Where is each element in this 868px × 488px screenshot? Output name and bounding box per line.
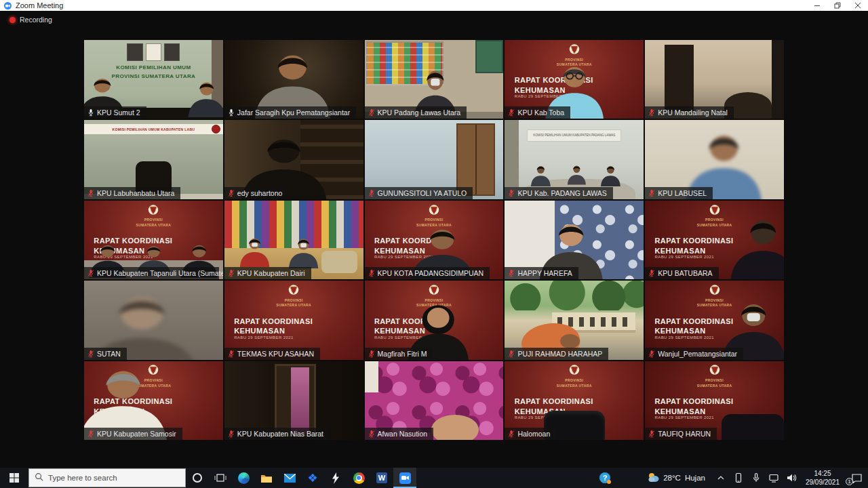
participant-name: KPU LABUSEL xyxy=(658,189,707,197)
participant-nameplate: HAPPY HAREFA xyxy=(505,267,578,279)
video-tile[interactable]: PROVINSISUMATERA UTARARAPAT KOORDINASIKE… xyxy=(84,361,223,440)
weather-icon xyxy=(648,472,659,484)
muted-microphone-icon xyxy=(228,189,235,197)
video-tile[interactable]: KOMISI PEMILIHAN UMUMPROVINSI SUMATERA U… xyxy=(84,40,223,119)
video-tile[interactable]: KPU Padang Lawas Utara xyxy=(365,40,504,119)
phone-link-icon[interactable] xyxy=(730,468,747,488)
muted-microphone-icon xyxy=(228,430,235,438)
video-tile[interactable]: KPU Kabupaten Dairi xyxy=(224,201,363,279)
participant-nameplate: KPU Kabupaten Dairi xyxy=(224,267,311,279)
participant-nameplate: KPU Kabupaten Nias Barat xyxy=(224,428,330,440)
video-tile[interactable]: PROVINSISUMATERA UTARARAPAT KOORDINASIKE… xyxy=(365,281,504,359)
chevron-up-icon[interactable] xyxy=(712,468,730,488)
network-icon[interactable] xyxy=(765,468,783,488)
taskbar-file-explorer-icon[interactable] xyxy=(255,468,278,488)
participant-name: SUTAN xyxy=(97,350,121,358)
minimize-button[interactable] xyxy=(807,0,827,11)
muted-microphone-icon xyxy=(87,189,94,197)
participant-nameplate: KPU Kabupaten Samosir xyxy=(84,428,182,440)
video-tile[interactable]: KOMISI PEMILIHAN UMUM KABUPATEN LABUKPU … xyxy=(84,120,223,199)
zoom-app-icon xyxy=(4,2,12,9)
video-tile[interactable]: PROVINSISUMATERA UTARARAPAT KOORDINASIKE… xyxy=(505,361,644,440)
participant-nameplate: KPU BATUBARA xyxy=(645,267,718,279)
participant-name: TAUFIQ HARUN xyxy=(658,430,711,438)
participant-nameplate: edy suhartono xyxy=(224,187,289,199)
participant-nameplate: Afwan Nasution xyxy=(365,428,434,440)
video-tile[interactable]: PROVINSISUMATERA UTARARAPAT KOORDINASIKE… xyxy=(645,281,784,359)
participant-nameplate: KPU Mandailing Natal xyxy=(645,106,734,119)
taskbar-word-icon[interactable]: W xyxy=(370,468,393,488)
taskbar-dropbox-icon[interactable]: ❖ xyxy=(301,468,324,488)
restore-button[interactable] xyxy=(827,0,848,11)
participant-nameplate: TAUFIQ HARUN xyxy=(645,428,717,440)
participant-name: KPU Padang Lawas Utara xyxy=(378,108,461,117)
taskbar-apps: ❖W xyxy=(186,468,416,488)
participant-name: Wanjul_Pematangsiantar xyxy=(658,350,737,358)
microphone-tray-icon[interactable] xyxy=(747,468,765,488)
video-tile[interactable]: PUJI RAHMAD HARAHAP xyxy=(505,281,644,359)
volume-icon[interactable] xyxy=(783,468,800,488)
recording-label: Recording xyxy=(20,16,52,24)
video-tile[interactable]: PROVINSISUMATERA UTARARAPAT KOORDINASIKE… xyxy=(645,361,784,440)
video-tile[interactable]: PROVINSISUMATERA UTARARAPAT KOORDINASIKE… xyxy=(84,201,223,279)
video-tile[interactable]: edy suhartono xyxy=(224,120,363,199)
video-tile[interactable]: KOMISI PEMILIHAN UMUM KABUPATEN PADANG L… xyxy=(505,120,644,199)
microphone-icon xyxy=(87,108,94,117)
weather-description: Hujan xyxy=(685,474,705,482)
muted-microphone-icon xyxy=(368,430,375,438)
muted-microphone-icon xyxy=(368,108,375,117)
video-tile[interactable]: KPU LABUSEL xyxy=(645,120,784,199)
close-button[interactable] xyxy=(848,0,868,11)
taskbar-mail-icon[interactable] xyxy=(278,468,301,488)
taskbar-lightning-icon[interactable] xyxy=(324,468,347,488)
taskbar-edge-icon[interactable] xyxy=(232,468,255,488)
muted-microphone-icon xyxy=(648,189,655,197)
taskbar-task-view-icon[interactable] xyxy=(209,468,232,488)
window-title: Zoom Meeting xyxy=(16,1,63,9)
participant-name: KPU Kabupaten Samosir xyxy=(97,430,176,438)
taskbar-zoom-icon[interactable] xyxy=(393,468,416,488)
video-tile[interactable]: Afwan Nasution xyxy=(365,361,504,440)
participant-name: GUNUNGSITOLI YA ATULO xyxy=(378,189,467,197)
participant-nameplate: TEKMAS KPU ASAHAN xyxy=(224,348,320,360)
participant-name: KPU BATUBARA xyxy=(658,269,712,277)
video-tile[interactable]: PROVINSISUMATERA UTARARAPAT KOORDINASIKE… xyxy=(505,40,644,119)
help-icon[interactable]: ? xyxy=(596,468,614,488)
participant-name: KPU Mandailing Natal xyxy=(658,108,728,117)
video-tile[interactable]: SUTAN xyxy=(84,281,223,359)
video-tile[interactable]: PROVINSISUMATERA UTARARAPAT KOORDINASIKE… xyxy=(224,281,363,359)
muted-microphone-icon xyxy=(648,350,655,358)
notification-count-badge: 1 xyxy=(846,478,853,485)
taskbar-clock[interactable]: 14:25 29/09/2021 xyxy=(800,469,845,487)
video-tile[interactable]: KPU Mandailing Natal xyxy=(645,40,784,119)
meeting-canvas: Recording KOMISI PEMILIHAN UMUMPROVINSI … xyxy=(0,11,868,468)
participant-nameplate: KPU Kabupaten Tapanuli Utara (Sumatera U… xyxy=(84,267,219,279)
taskbar-cortana-icon[interactable] xyxy=(186,468,209,488)
search-input[interactable]: Type here to search xyxy=(28,468,186,487)
participant-name: KPU Labuhanbatu Utara xyxy=(97,189,174,197)
muted-microphone-icon xyxy=(228,269,235,277)
participant-name: KPU Kab. PADANG LAWAS xyxy=(517,189,607,197)
clock-time: 14:25 xyxy=(806,469,840,478)
taskbar-chrome-icon[interactable] xyxy=(347,468,370,488)
start-button[interactable] xyxy=(0,468,28,488)
weather-temperature: 28°C xyxy=(663,474,681,482)
video-tile[interactable]: HAPPY HAREFA xyxy=(505,201,644,279)
recording-indicator: Recording xyxy=(9,16,52,24)
participant-name: PUJI RAHMAD HARAHAP xyxy=(517,350,602,358)
participant-nameplate: Wanjul_Pematangsiantar xyxy=(645,348,743,360)
video-tile[interactable]: KPU Kabupaten Nias Barat xyxy=(224,361,363,440)
muted-microphone-icon xyxy=(87,350,94,358)
muted-microphone-icon xyxy=(508,430,515,438)
notification-center-button[interactable]: 1 xyxy=(845,468,868,488)
weather-widget[interactable]: 28°C Hujan xyxy=(641,468,712,488)
video-tile[interactable]: GUNUNGSITOLI YA ATULO xyxy=(365,120,504,199)
participant-name: KPU Kabupaten Dairi xyxy=(237,269,305,277)
participant-name: KPU Kabupaten Tapanuli Utara (Sumatera U… xyxy=(97,269,223,277)
muted-microphone-icon xyxy=(228,350,235,358)
clock-date: 29/09/2021 xyxy=(806,478,840,487)
video-tile[interactable]: PROVINSISUMATERA UTARARAPAT KOORDINASIKE… xyxy=(365,201,504,279)
video-tile[interactable]: Jafar Saragih Kpu Pematangsiantar xyxy=(224,40,363,119)
video-tile[interactable]: PROVINSISUMATERA UTARARAPAT KOORDINASIKE… xyxy=(645,201,784,279)
participant-name: KPU KOTA PADANGSIDIMPUAN xyxy=(378,269,484,277)
